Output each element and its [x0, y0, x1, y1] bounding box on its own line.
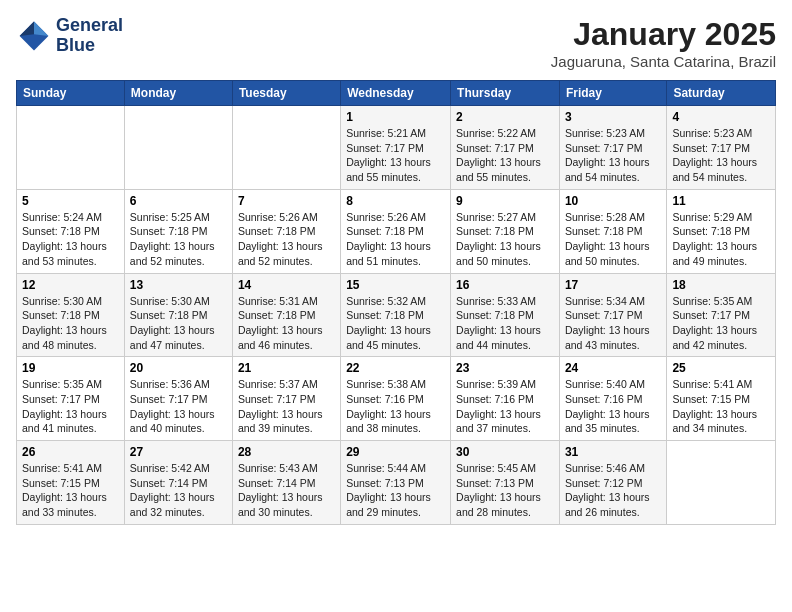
day-info: Sunrise: 5:26 AM Sunset: 7:18 PM Dayligh…: [346, 210, 445, 269]
day-info: Sunrise: 5:24 AM Sunset: 7:18 PM Dayligh…: [22, 210, 119, 269]
day-number: 13: [130, 278, 227, 292]
day-info: Sunrise: 5:44 AM Sunset: 7:13 PM Dayligh…: [346, 461, 445, 520]
day-info: Sunrise: 5:23 AM Sunset: 7:17 PM Dayligh…: [672, 126, 770, 185]
logo: General Blue: [16, 16, 123, 56]
calendar-day-cell: 1Sunrise: 5:21 AM Sunset: 7:17 PM Daylig…: [341, 106, 451, 190]
day-info: Sunrise: 5:22 AM Sunset: 7:17 PM Dayligh…: [456, 126, 554, 185]
weekday-header-cell: Tuesday: [232, 81, 340, 106]
day-number: 28: [238, 445, 335, 459]
calendar-day-cell: 15Sunrise: 5:32 AM Sunset: 7:18 PM Dayli…: [341, 273, 451, 357]
day-info: Sunrise: 5:42 AM Sunset: 7:14 PM Dayligh…: [130, 461, 227, 520]
calendar-day-cell: 23Sunrise: 5:39 AM Sunset: 7:16 PM Dayli…: [451, 357, 560, 441]
day-number: 16: [456, 278, 554, 292]
day-info: Sunrise: 5:30 AM Sunset: 7:18 PM Dayligh…: [22, 294, 119, 353]
day-info: Sunrise: 5:43 AM Sunset: 7:14 PM Dayligh…: [238, 461, 335, 520]
day-number: 15: [346, 278, 445, 292]
calendar-day-cell: 28Sunrise: 5:43 AM Sunset: 7:14 PM Dayli…: [232, 441, 340, 525]
calendar-day-cell: 26Sunrise: 5:41 AM Sunset: 7:15 PM Dayli…: [17, 441, 125, 525]
calendar-day-cell: 18Sunrise: 5:35 AM Sunset: 7:17 PM Dayli…: [667, 273, 776, 357]
day-info: Sunrise: 5:21 AM Sunset: 7:17 PM Dayligh…: [346, 126, 445, 185]
day-info: Sunrise: 5:35 AM Sunset: 7:17 PM Dayligh…: [672, 294, 770, 353]
calendar-day-cell: 9Sunrise: 5:27 AM Sunset: 7:18 PM Daylig…: [451, 189, 560, 273]
calendar-week-row: 5Sunrise: 5:24 AM Sunset: 7:18 PM Daylig…: [17, 189, 776, 273]
calendar-day-cell: [232, 106, 340, 190]
location: Jaguaruna, Santa Catarina, Brazil: [551, 53, 776, 70]
day-number: 12: [22, 278, 119, 292]
day-info: Sunrise: 5:26 AM Sunset: 7:18 PM Dayligh…: [238, 210, 335, 269]
calendar-day-cell: 29Sunrise: 5:44 AM Sunset: 7:13 PM Dayli…: [341, 441, 451, 525]
day-number: 14: [238, 278, 335, 292]
day-info: Sunrise: 5:41 AM Sunset: 7:15 PM Dayligh…: [22, 461, 119, 520]
weekday-header-cell: Saturday: [667, 81, 776, 106]
day-info: Sunrise: 5:37 AM Sunset: 7:17 PM Dayligh…: [238, 377, 335, 436]
calendar-day-cell: 24Sunrise: 5:40 AM Sunset: 7:16 PM Dayli…: [559, 357, 666, 441]
day-info: Sunrise: 5:40 AM Sunset: 7:16 PM Dayligh…: [565, 377, 661, 436]
svg-marker-2: [20, 21, 34, 35]
calendar-day-cell: 22Sunrise: 5:38 AM Sunset: 7:16 PM Dayli…: [341, 357, 451, 441]
day-info: Sunrise: 5:34 AM Sunset: 7:17 PM Dayligh…: [565, 294, 661, 353]
day-info: Sunrise: 5:36 AM Sunset: 7:17 PM Dayligh…: [130, 377, 227, 436]
month-title: January 2025: [551, 16, 776, 53]
day-number: 20: [130, 361, 227, 375]
day-info: Sunrise: 5:33 AM Sunset: 7:18 PM Dayligh…: [456, 294, 554, 353]
calendar-body: 1Sunrise: 5:21 AM Sunset: 7:17 PM Daylig…: [17, 106, 776, 525]
day-info: Sunrise: 5:27 AM Sunset: 7:18 PM Dayligh…: [456, 210, 554, 269]
day-number: 26: [22, 445, 119, 459]
logo-icon: [16, 18, 52, 54]
day-info: Sunrise: 5:46 AM Sunset: 7:12 PM Dayligh…: [565, 461, 661, 520]
calendar-day-cell: 7Sunrise: 5:26 AM Sunset: 7:18 PM Daylig…: [232, 189, 340, 273]
weekday-header-cell: Wednesday: [341, 81, 451, 106]
calendar-day-cell: 8Sunrise: 5:26 AM Sunset: 7:18 PM Daylig…: [341, 189, 451, 273]
day-number: 10: [565, 194, 661, 208]
calendar-week-row: 19Sunrise: 5:35 AM Sunset: 7:17 PM Dayli…: [17, 357, 776, 441]
day-number: 8: [346, 194, 445, 208]
day-info: Sunrise: 5:45 AM Sunset: 7:13 PM Dayligh…: [456, 461, 554, 520]
day-info: Sunrise: 5:23 AM Sunset: 7:17 PM Dayligh…: [565, 126, 661, 185]
day-info: Sunrise: 5:39 AM Sunset: 7:16 PM Dayligh…: [456, 377, 554, 436]
day-number: 22: [346, 361, 445, 375]
svg-marker-1: [34, 21, 48, 35]
logo-text: General Blue: [56, 16, 123, 56]
calendar-table: SundayMondayTuesdayWednesdayThursdayFrid…: [16, 80, 776, 525]
day-number: 7: [238, 194, 335, 208]
day-info: Sunrise: 5:35 AM Sunset: 7:17 PM Dayligh…: [22, 377, 119, 436]
calendar-day-cell: 19Sunrise: 5:35 AM Sunset: 7:17 PM Dayli…: [17, 357, 125, 441]
calendar-day-cell: 12Sunrise: 5:30 AM Sunset: 7:18 PM Dayli…: [17, 273, 125, 357]
day-info: Sunrise: 5:32 AM Sunset: 7:18 PM Dayligh…: [346, 294, 445, 353]
calendar-day-cell: [124, 106, 232, 190]
day-number: 24: [565, 361, 661, 375]
calendar-week-row: 1Sunrise: 5:21 AM Sunset: 7:17 PM Daylig…: [17, 106, 776, 190]
day-info: Sunrise: 5:30 AM Sunset: 7:18 PM Dayligh…: [130, 294, 227, 353]
day-info: Sunrise: 5:38 AM Sunset: 7:16 PM Dayligh…: [346, 377, 445, 436]
day-number: 9: [456, 194, 554, 208]
day-number: 2: [456, 110, 554, 124]
page-header: General Blue January 2025 Jaguaruna, San…: [16, 16, 776, 70]
day-number: 21: [238, 361, 335, 375]
calendar-day-cell: 13Sunrise: 5:30 AM Sunset: 7:18 PM Dayli…: [124, 273, 232, 357]
day-number: 1: [346, 110, 445, 124]
weekday-header-cell: Monday: [124, 81, 232, 106]
calendar-day-cell: 16Sunrise: 5:33 AM Sunset: 7:18 PM Dayli…: [451, 273, 560, 357]
weekday-header-cell: Thursday: [451, 81, 560, 106]
calendar-day-cell: 20Sunrise: 5:36 AM Sunset: 7:17 PM Dayli…: [124, 357, 232, 441]
day-info: Sunrise: 5:29 AM Sunset: 7:18 PM Dayligh…: [672, 210, 770, 269]
day-info: Sunrise: 5:28 AM Sunset: 7:18 PM Dayligh…: [565, 210, 661, 269]
day-number: 25: [672, 361, 770, 375]
calendar-week-row: 12Sunrise: 5:30 AM Sunset: 7:18 PM Dayli…: [17, 273, 776, 357]
day-number: 5: [22, 194, 119, 208]
calendar-day-cell: 17Sunrise: 5:34 AM Sunset: 7:17 PM Dayli…: [559, 273, 666, 357]
title-block: January 2025 Jaguaruna, Santa Catarina, …: [551, 16, 776, 70]
calendar-day-cell: 27Sunrise: 5:42 AM Sunset: 7:14 PM Dayli…: [124, 441, 232, 525]
calendar-day-cell: 25Sunrise: 5:41 AM Sunset: 7:15 PM Dayli…: [667, 357, 776, 441]
calendar-day-cell: 31Sunrise: 5:46 AM Sunset: 7:12 PM Dayli…: [559, 441, 666, 525]
day-number: 6: [130, 194, 227, 208]
day-info: Sunrise: 5:25 AM Sunset: 7:18 PM Dayligh…: [130, 210, 227, 269]
day-number: 30: [456, 445, 554, 459]
weekday-header-cell: Sunday: [17, 81, 125, 106]
calendar-day-cell: 30Sunrise: 5:45 AM Sunset: 7:13 PM Dayli…: [451, 441, 560, 525]
calendar-day-cell: [667, 441, 776, 525]
calendar-day-cell: 11Sunrise: 5:29 AM Sunset: 7:18 PM Dayli…: [667, 189, 776, 273]
day-number: 11: [672, 194, 770, 208]
calendar-day-cell: 21Sunrise: 5:37 AM Sunset: 7:17 PM Dayli…: [232, 357, 340, 441]
calendar-day-cell: [17, 106, 125, 190]
